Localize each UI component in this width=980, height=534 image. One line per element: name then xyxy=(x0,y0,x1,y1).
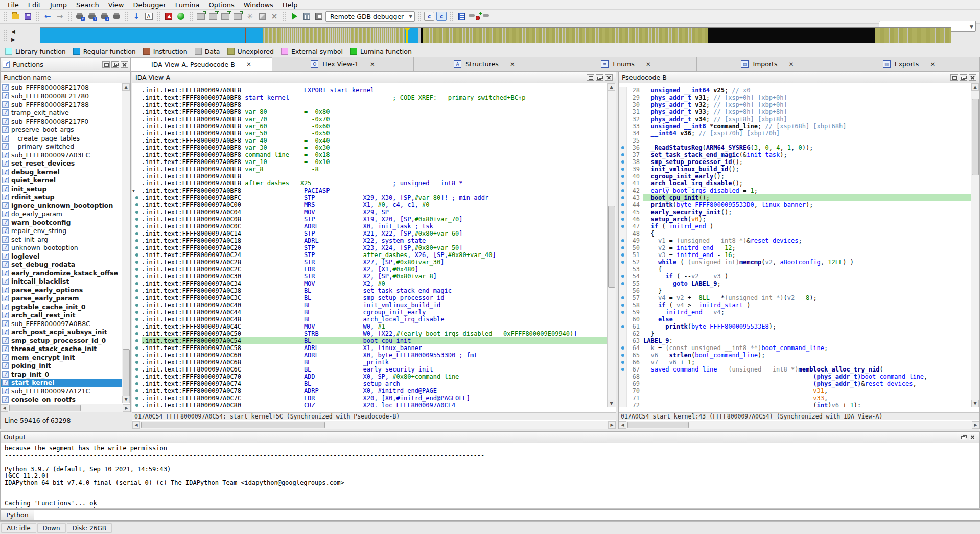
disassembly-line[interactable]: .init.text:FFFF8000097A0BF8 xyxy=(132,173,607,180)
function-row[interactable]: fparse_early_param xyxy=(1,294,122,303)
disassembly-line[interactable]: .init.text:FFFF8000097A0C2C LDR X2, [X1,… xyxy=(132,266,607,273)
function-row[interactable]: fstart_kernel xyxy=(1,379,122,387)
tab-enums[interactable]: ≡Enums× xyxy=(555,57,697,71)
tab-close-icon[interactable]: × xyxy=(646,61,651,68)
function-row[interactable]: fwarn_bootconfig xyxy=(1,218,122,227)
scroll-up-icon[interactable]: ▲ xyxy=(122,83,130,91)
pseudocode-line[interactable]: 43 boot_cpu_init(); xyxy=(619,194,971,201)
menu-search[interactable]: Search xyxy=(72,0,104,10)
disassembly-line[interactable]: .init.text:FFFF8000097A0C44 BL cgroup_in… xyxy=(132,309,607,316)
disassembly-line[interactable]: .init.text:FFFF8000097A0BF8 xyxy=(132,101,607,108)
disassembly-line[interactable]: .init.text:FFFF8000097A0C50 STRB W0, [X2… xyxy=(132,330,607,337)
toolbar-grip[interactable] xyxy=(283,11,286,21)
disassembly-line[interactable]: .init.text:FFFF8000097A0C80 CBZ X20, loc… xyxy=(132,402,607,407)
function-row[interactable]: f__primary_switched xyxy=(1,143,122,151)
disassembly-line[interactable]: .init.text:FFFF8000097A0BF8 var_80 = -0x… xyxy=(132,108,607,115)
function-row[interactable]: fsub_FFFF800008F21788 xyxy=(1,100,122,109)
make-code-button[interactable] xyxy=(195,11,206,21)
undefine-button[interactable]: × xyxy=(269,11,280,21)
menu-options[interactable]: Options xyxy=(204,0,239,10)
step-into-button[interactable]: c xyxy=(424,11,435,21)
pause-process-button[interactable] xyxy=(301,11,312,21)
disassembly-line[interactable]: .init.text:FFFF8000097A0C6C BL early_sec… xyxy=(132,366,607,373)
make-data-button[interactable] xyxy=(207,11,219,21)
pseudocode-titlebar[interactable]: Pseudocode-B xyxy=(619,72,979,83)
navigate-back-button[interactable]: ← xyxy=(42,11,53,21)
add-breakpoint-button[interactable] xyxy=(468,11,479,21)
panel-restore-icon[interactable] xyxy=(587,74,594,81)
function-row[interactable]: funknown_bootoption xyxy=(1,244,122,252)
pseudocode-line[interactable]: 48 { xyxy=(619,230,971,237)
step-over-button[interactable]: c xyxy=(436,11,447,21)
disassembly-line[interactable]: .init.text:FFFF8000097A0BF8 var_30 = -0x… xyxy=(132,144,607,151)
problems-button[interactable] xyxy=(163,11,174,21)
navigate-forward-button[interactable]: → xyxy=(54,11,65,21)
disassembly-line[interactable]: .init.text:FFFF8000097A0BF8 var_40 = -0x… xyxy=(132,137,607,144)
python-console-input[interactable] xyxy=(34,509,980,521)
menu-jump[interactable]: Jump xyxy=(45,0,72,10)
pseudocode-line[interactable]: 37 set_task_stack_end_magic(&init_task); xyxy=(619,151,971,158)
function-row[interactable]: fdebug_kernel xyxy=(1,168,122,176)
toolbar-grip[interactable] xyxy=(189,11,193,21)
ida-horizontal-scrollbar[interactable]: ◀ ▶ xyxy=(132,421,616,429)
pseudocode-line[interactable]: 45 early_security_init(); xyxy=(619,208,971,216)
pseudocode-line[interactable]: 33 unsigned __int8 *command_line; // [xs… xyxy=(619,123,971,130)
pseudocode-line[interactable]: 54 if ( --v2 == v3 ) xyxy=(619,273,971,280)
menu-file[interactable]: File xyxy=(3,0,24,10)
toolbar-grip[interactable] xyxy=(417,11,421,21)
pseudocode-line[interactable]: 68 (phys_addr_t)boot_command_line, xyxy=(619,373,971,380)
function-row[interactable]: fsub_FFFF800008F21708 xyxy=(1,83,122,92)
tab-ida-view-a-pseudocode-b[interactable]: IDA View-A, Pseudocode-B× xyxy=(131,57,272,71)
function-row[interactable]: fpgtable_cache_init_0 xyxy=(1,303,122,311)
disassembly-line[interactable]: .init.text:FFFF8000097A0C78 ADRP X0, #in… xyxy=(132,387,607,394)
function-row[interactable]: fset_reset_devices xyxy=(1,159,122,168)
pseudocode-line[interactable]: 28 unsigned __int64 v25; // x0 xyxy=(619,87,971,94)
pseudocode-line[interactable]: 71 v33, xyxy=(619,394,971,402)
function-row[interactable]: finitcall_blacklist xyxy=(1,277,122,286)
text-options-button[interactable]: A xyxy=(143,11,154,21)
pseudocode-line[interactable]: 47 if ( initrd_end ) xyxy=(619,223,971,230)
scrollbar-thumb[interactable] xyxy=(9,405,81,411)
function-row[interactable]: fdo_early_param xyxy=(1,210,122,219)
scrollbar-thumb[interactable] xyxy=(123,349,130,398)
disassembly-line[interactable]: .init.text:FFFF8000097A0C7C LDR X20, [X0… xyxy=(132,394,607,402)
scroll-up-icon[interactable]: ▲ xyxy=(971,83,979,91)
tab-hex-view-1[interactable]: OHex View-1× xyxy=(272,57,414,71)
disassembly-line[interactable]: .init.text:FFFF8000097A0C24 STP after_da… xyxy=(132,251,607,259)
tab-imports[interactable]: ▤Imports× xyxy=(697,57,838,71)
function-row[interactable]: fthread_stack_cache_init xyxy=(1,345,122,354)
lumina-button[interactable] xyxy=(175,11,186,21)
menu-lumina[interactable]: Lumina xyxy=(171,0,204,10)
save-button[interactable] xyxy=(22,11,33,21)
functions-vertical-scrollbar[interactable]: ▲ ▼ xyxy=(122,83,130,403)
menu-view[interactable]: View xyxy=(104,0,129,10)
function-row[interactable]: fset_init_arg xyxy=(1,235,122,244)
toolbar-grip[interactable] xyxy=(450,11,453,21)
search-next-button[interactable] xyxy=(111,11,122,21)
disassembly-line[interactable]: .init.text:FFFF8000097A0C74 BL setup_arc… xyxy=(132,380,607,387)
function-row[interactable]: ftramp_exit_native xyxy=(1,109,122,118)
disassembly-line[interactable]: .init.text:FFFF8000097A0C00 MRS X1, #0, … xyxy=(132,201,607,208)
pseudocode-line[interactable]: 49 v1 = (unsigned __int8 *)&reset_device… xyxy=(619,237,971,244)
disassembly-line[interactable]: .init.text:FFFF8000097A0C40 BL init_vmli… xyxy=(132,301,607,309)
disassembly-line[interactable]: .init.text:FFFF8000097A0C08 STP X19, X20… xyxy=(132,216,607,223)
function-row[interactable]: fsub_FFFF8000097A03EC xyxy=(1,151,122,159)
function-row[interactable]: fparse_early_options xyxy=(1,286,122,294)
panel-restore-icon[interactable] xyxy=(950,74,958,81)
pseudocode-line[interactable]: 63LABEL_9: xyxy=(619,337,971,344)
disassembly-line[interactable]: .init.text:FFFF8000097A0BF8 EXPORT start… xyxy=(132,87,607,94)
edit-button[interactable] xyxy=(256,11,268,21)
tab-close-icon[interactable]: × xyxy=(930,61,935,68)
disassembly-line[interactable]: .init.text:FFFF8000097A0C4C MOV W0, #1 xyxy=(132,323,607,330)
disassembly-line[interactable]: .init.text:FFFF8000097A0BF8 var_50 = -0x… xyxy=(132,130,607,137)
function-row[interactable]: fignore_unknown_bootoption xyxy=(1,201,122,210)
scroll-left-icon[interactable]: ◀ xyxy=(132,421,140,429)
disassembly-line[interactable]: .init.text:FFFF8000097A0BF8 var_10 = -0x… xyxy=(132,158,607,166)
pseudocode-line[interactable]: 52 while ( (unsigned int)memcmp(v2, aBoo… xyxy=(619,259,971,266)
pseudocode-line[interactable]: 53 { xyxy=(619,266,971,273)
output-titlebar[interactable]: Output xyxy=(1,432,979,443)
pseudocode-line[interactable]: 72 (int)v6 + 1); xyxy=(619,402,971,407)
scrollbar-thumb[interactable] xyxy=(972,99,979,175)
navband-grip[interactable] xyxy=(4,29,7,42)
function-row[interactable]: finit_setup xyxy=(1,184,122,193)
